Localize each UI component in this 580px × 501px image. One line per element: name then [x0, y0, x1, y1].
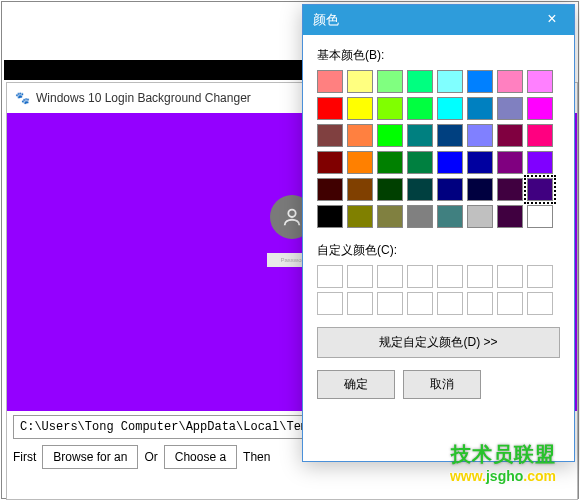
label-then: Then	[243, 450, 270, 464]
color-swatch[interactable]	[407, 151, 433, 174]
custom-swatch[interactable]	[497, 292, 523, 315]
color-swatch[interactable]	[497, 70, 523, 93]
color-swatch[interactable]	[317, 70, 343, 93]
browse-button[interactable]: Browse for an	[42, 445, 138, 469]
color-swatch[interactable]	[377, 151, 403, 174]
color-swatch[interactable]	[407, 124, 433, 147]
color-swatch[interactable]	[407, 205, 433, 228]
color-swatch[interactable]	[497, 124, 523, 147]
label-first: First	[13, 450, 36, 464]
color-swatch[interactable]	[527, 178, 553, 201]
custom-color-row-2	[317, 292, 560, 315]
color-swatch[interactable]	[527, 124, 553, 147]
screen: 🐾 Windows 10 Login Background Changer × …	[1, 1, 579, 499]
color-swatch[interactable]	[407, 178, 433, 201]
cancel-button[interactable]: 取消	[403, 370, 481, 399]
color-swatch[interactable]	[317, 178, 343, 201]
label-or: Or	[144, 450, 157, 464]
app-icon: 🐾	[15, 91, 30, 105]
color-swatch[interactable]	[467, 97, 493, 120]
svg-point-0	[288, 210, 295, 217]
color-swatch[interactable]	[377, 70, 403, 93]
color-swatch[interactable]	[527, 205, 553, 228]
custom-swatch[interactable]	[527, 265, 553, 288]
color-swatch[interactable]	[497, 97, 523, 120]
watermark-text: 技术员联盟	[451, 441, 556, 468]
window-title: Windows 10 Login Background Changer	[36, 91, 251, 105]
dialog-close-button[interactable]: ×	[530, 5, 574, 35]
custom-swatch[interactable]	[467, 292, 493, 315]
color-swatch[interactable]	[497, 205, 523, 228]
color-swatch[interactable]	[497, 151, 523, 174]
ok-button[interactable]: 确定	[317, 370, 395, 399]
color-swatch[interactable]	[407, 97, 433, 120]
color-swatch[interactable]	[317, 97, 343, 120]
color-swatch[interactable]	[527, 151, 553, 174]
custom-swatch[interactable]	[497, 265, 523, 288]
taskbar-sliver	[4, 60, 304, 80]
basic-colors-label: 基本颜色(B):	[317, 47, 560, 64]
custom-swatch[interactable]	[317, 292, 343, 315]
color-swatch[interactable]	[347, 151, 373, 174]
color-dialog: 颜色 × 基本颜色(B): 自定义颜色(C): 规定自定义颜色(D) >> 确定…	[302, 4, 575, 462]
custom-swatch[interactable]	[317, 265, 343, 288]
color-swatch[interactable]	[437, 205, 463, 228]
color-swatch[interactable]	[527, 70, 553, 93]
dialog-body: 基本颜色(B): 自定义颜色(C): 规定自定义颜色(D) >> 确定 取消	[303, 35, 574, 413]
color-swatch[interactable]	[467, 151, 493, 174]
dialog-title-bar: 颜色 ×	[303, 5, 574, 35]
basic-color-grid	[317, 70, 560, 228]
color-swatch[interactable]	[317, 151, 343, 174]
color-swatch[interactable]	[467, 124, 493, 147]
color-swatch[interactable]	[467, 178, 493, 201]
custom-swatch[interactable]	[437, 292, 463, 315]
color-swatch[interactable]	[407, 70, 433, 93]
custom-swatch[interactable]	[437, 265, 463, 288]
color-swatch[interactable]	[527, 97, 553, 120]
color-swatch[interactable]	[377, 124, 403, 147]
color-swatch[interactable]	[347, 70, 373, 93]
custom-swatch[interactable]	[347, 265, 373, 288]
color-swatch[interactable]	[437, 151, 463, 174]
color-swatch[interactable]	[347, 97, 373, 120]
color-swatch[interactable]	[317, 205, 343, 228]
color-swatch[interactable]	[347, 124, 373, 147]
color-swatch[interactable]	[347, 205, 373, 228]
custom-swatch[interactable]	[407, 265, 433, 288]
color-swatch[interactable]	[437, 70, 463, 93]
color-swatch[interactable]	[437, 97, 463, 120]
custom-swatch[interactable]	[467, 265, 493, 288]
color-swatch[interactable]	[317, 124, 343, 147]
choose-button[interactable]: Choose a	[164, 445, 237, 469]
custom-swatch[interactable]	[347, 292, 373, 315]
color-swatch[interactable]	[467, 205, 493, 228]
color-swatch[interactable]	[347, 178, 373, 201]
custom-swatch[interactable]	[527, 292, 553, 315]
color-swatch[interactable]	[377, 205, 403, 228]
color-swatch[interactable]	[377, 97, 403, 120]
color-swatch[interactable]	[377, 178, 403, 201]
color-swatch[interactable]	[437, 178, 463, 201]
dialog-button-row: 确定 取消	[317, 370, 560, 399]
dialog-title: 颜色	[313, 11, 339, 29]
custom-swatch[interactable]	[377, 292, 403, 315]
color-swatch[interactable]	[497, 178, 523, 201]
custom-colors-label: 自定义颜色(C):	[317, 242, 560, 259]
custom-color-row-1	[317, 265, 560, 288]
custom-swatch[interactable]	[377, 265, 403, 288]
custom-swatch[interactable]	[407, 292, 433, 315]
define-custom-button[interactable]: 规定自定义颜色(D) >>	[317, 327, 560, 358]
watermark-url: www.jsgho.com	[450, 468, 556, 484]
color-swatch[interactable]	[467, 70, 493, 93]
color-swatch[interactable]	[437, 124, 463, 147]
